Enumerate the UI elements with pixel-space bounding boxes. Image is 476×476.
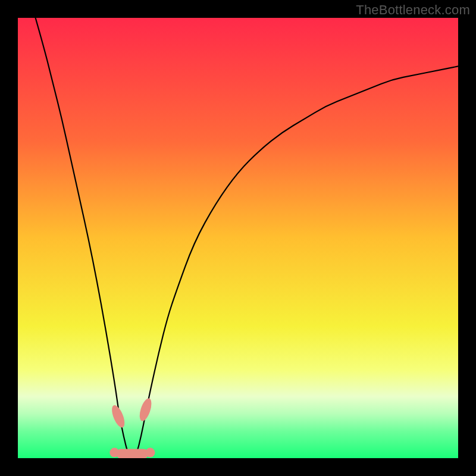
marker-bottom-right-nub (145, 448, 155, 458)
marker-bottom-left-nub (109, 448, 119, 458)
chart-svg (18, 18, 458, 458)
plot-area (18, 18, 458, 458)
gradient-background (18, 18, 458, 458)
attribution-text: TheBottleneck.com (356, 2, 470, 18)
chart-frame: TheBottleneck.com (0, 0, 476, 476)
marker-bottom (116, 449, 148, 458)
